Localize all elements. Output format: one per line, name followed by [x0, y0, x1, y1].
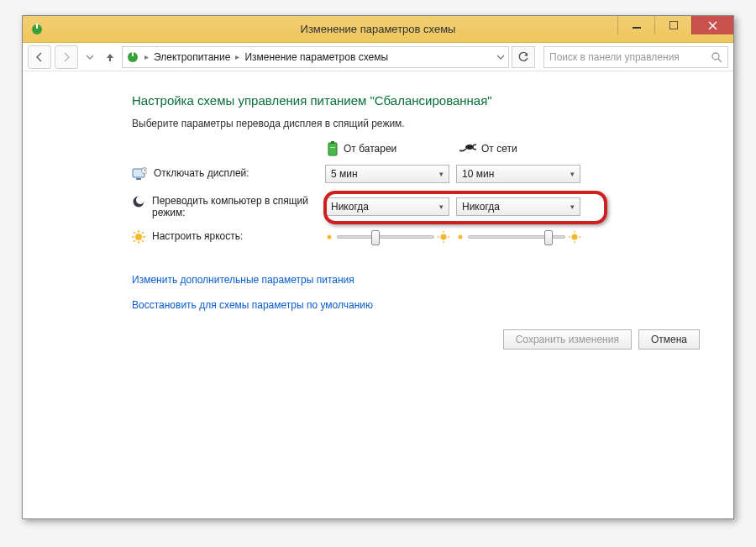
brightness-mains-slider[interactable]	[456, 231, 580, 243]
moon-icon	[132, 195, 145, 208]
sun-big-icon	[569, 231, 580, 243]
sun-icon	[132, 230, 145, 244]
row-sleep-label: Переводить компьютер в спящий режим:	[152, 195, 312, 218]
row-brightness-label: Настроить яркость:	[152, 230, 243, 242]
address-bar[interactable]: ▸ Электропитание ▸ Изменение параметров …	[122, 46, 509, 68]
svg-point-32	[328, 235, 332, 239]
svg-rect-10	[328, 143, 337, 155]
svg-point-33	[441, 234, 447, 240]
column-mains: От сети	[456, 143, 587, 155]
link-restore-defaults[interactable]: Восстановить для схемы параметры по умол…	[132, 299, 717, 311]
row-brightness: Настроить яркость:	[132, 230, 717, 244]
slider-thumb[interactable]	[371, 230, 380, 245]
column-headers: От батареи От сети	[132, 141, 717, 156]
svg-point-23	[135, 234, 142, 240]
breadcrumb-separator: ▸	[235, 52, 239, 61]
chevron-down-icon[interactable]	[496, 53, 505, 61]
cancel-button[interactable]: Отмена	[638, 329, 700, 350]
display-off-mains-value: 10 мин	[462, 168, 494, 180]
svg-point-22	[136, 196, 144, 204]
app-icon	[29, 22, 45, 37]
column-battery: От батареи	[325, 141, 456, 156]
minimize-button[interactable]	[617, 16, 654, 34]
slider-thumb[interactable]	[544, 230, 553, 245]
forward-button[interactable]	[55, 45, 78, 69]
content-area: Настройка схемы управления питанием "Сба…	[23, 71, 733, 350]
chevron-down-icon: ▾	[564, 166, 580, 182]
svg-line-31	[142, 232, 144, 234]
battery-icon	[327, 141, 339, 156]
svg-rect-7	[132, 51, 134, 56]
row-display-off: Отключать дисплей: 5 мин ▾ 10 мин ▾	[132, 165, 717, 183]
links: Изменить дополнительные параметры питани…	[132, 274, 717, 311]
chevron-down-icon: ▾	[564, 198, 580, 215]
link-advanced-settings[interactable]: Изменить дополнительные параметры питани…	[132, 274, 717, 286]
recent-dropdown[interactable]	[81, 45, 98, 69]
svg-rect-12	[330, 147, 335, 148]
breadcrumb-2[interactable]: Изменение параметров схемы	[244, 51, 388, 63]
search-icon	[711, 51, 722, 63]
refresh-button[interactable]	[512, 46, 535, 68]
sleep-mains-value: Никогда	[462, 201, 500, 213]
breadcrumb-1[interactable]: Электропитание	[154, 51, 230, 63]
svg-rect-1	[36, 24, 38, 29]
svg-line-29	[142, 240, 144, 242]
sleep-battery-value: Никогда	[331, 201, 369, 213]
slider-track[interactable]	[468, 235, 565, 239]
plug-icon	[458, 143, 476, 155]
back-button[interactable]	[28, 45, 51, 69]
up-button[interactable]	[102, 45, 118, 69]
slider-track[interactable]	[337, 235, 434, 239]
navbar: ▸ Электропитание ▸ Изменение параметров …	[23, 43, 733, 71]
display-off-mains-select[interactable]: 10 мин ▾	[456, 165, 580, 183]
window: Изменение параметров схемы ▸ Электропита…	[22, 15, 734, 519]
svg-rect-3	[669, 21, 678, 29]
sleep-mains-select[interactable]: Никогда ▾	[456, 197, 580, 216]
column-battery-label: От батареи	[344, 143, 396, 155]
row-sleep: Переводить компьютер в спящий режим: Ник…	[132, 195, 717, 218]
page-heading: Настройка схемы управления питанием "Сба…	[132, 93, 717, 108]
breadcrumb-separator: ▸	[144, 52, 149, 61]
chevron-down-icon: ▾	[433, 166, 449, 182]
monitor-icon	[132, 167, 147, 181]
search-box[interactable]	[543, 46, 728, 68]
svg-line-28	[134, 232, 135, 234]
sun-big-icon	[438, 231, 449, 243]
svg-point-8	[712, 53, 719, 60]
column-mains-label: От сети	[481, 143, 517, 155]
close-button[interactable]	[691, 16, 733, 34]
titlebar[interactable]: Изменение параметров схемы	[23, 16, 733, 43]
page-subheading: Выберите параметры перевода дисплея в сп…	[132, 118, 717, 129]
sun-small-icon	[325, 233, 333, 241]
svg-rect-17	[136, 178, 141, 180]
save-button[interactable]: Сохранить изменения	[503, 329, 632, 350]
svg-point-38	[459, 235, 463, 239]
svg-line-9	[718, 59, 722, 62]
sun-small-icon	[456, 233, 465, 241]
display-off-battery-value: 5 мин	[331, 168, 358, 180]
svg-rect-11	[331, 141, 334, 144]
brightness-battery-slider[interactable]	[325, 231, 449, 243]
chevron-down-icon: ▾	[433, 198, 449, 215]
svg-line-30	[134, 240, 135, 242]
svg-line-14	[473, 145, 476, 145]
row-display-off-label: Отключать дисплей:	[154, 167, 249, 179]
svg-point-13	[465, 145, 474, 150]
display-off-battery-select[interactable]: 5 мин ▾	[325, 165, 449, 183]
window-buttons	[617, 16, 733, 34]
maximize-button[interactable]	[654, 16, 691, 34]
svg-rect-2	[633, 27, 641, 29]
svg-point-39	[572, 234, 578, 240]
sleep-battery-select[interactable]: Никогда ▾	[325, 197, 449, 216]
button-row: Сохранить изменения Отмена	[132, 329, 717, 350]
search-input[interactable]	[549, 51, 711, 63]
power-icon	[126, 50, 139, 64]
svg-line-15	[473, 149, 476, 150]
